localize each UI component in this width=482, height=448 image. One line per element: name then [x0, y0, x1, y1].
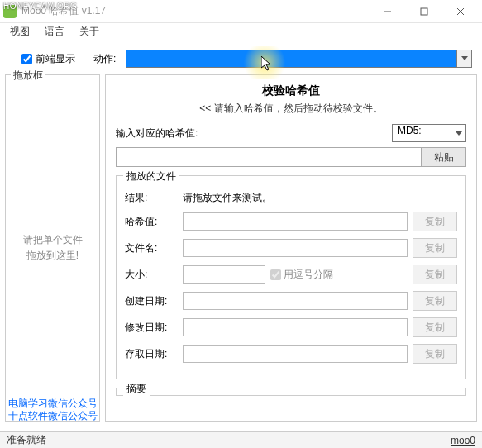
front-display-checkbox[interactable]: 前端显示: [21, 52, 75, 66]
comma-separator-checkbox[interactable]: 用逗号分隔: [270, 268, 333, 282]
access-date-label: 存取日期:: [125, 347, 178, 361]
chevron-down-icon: [456, 50, 471, 67]
hash-input-label: 输入对应的哈希值:: [116, 126, 207, 141]
comma-separator-input[interactable]: [270, 269, 281, 280]
algorithm-value: MD5:: [398, 125, 422, 136]
action-dropdown[interactable]: [126, 50, 472, 68]
drop-zone-title: 拖放框: [11, 69, 45, 83]
front-display-label: 前端显示: [36, 52, 75, 66]
statusbar: 准备就绪 moo0: [0, 431, 482, 448]
status-text: 准备就绪: [7, 433, 451, 447]
front-display-input[interactable]: [21, 54, 32, 64]
status-link[interactable]: moo0: [451, 435, 475, 446]
filename-label: 文件名:: [125, 241, 178, 255]
drop-zone-panel: 拖放框 请把单个文件 拖放到这里!: [5, 74, 100, 422]
result-value: 请拖放文件来测试。: [183, 191, 272, 205]
watermark-honeycam: HONEYCAM.ORG: [3, 2, 77, 11]
menubar: 视图 语言 关于: [0, 23, 482, 41]
chevron-down-icon: [456, 127, 462, 139]
modify-date-field[interactable]: [183, 318, 408, 336]
svg-rect-1: [421, 8, 427, 15]
copy-size-button[interactable]: 复制: [413, 265, 457, 284]
fieldset-title: 拖放的文件: [123, 169, 179, 183]
access-date-field[interactable]: [183, 345, 408, 363]
hash-value-label: 哈希值:: [125, 215, 178, 229]
copy-filename-button[interactable]: 复制: [413, 238, 457, 258]
menu-about[interactable]: 关于: [74, 23, 104, 41]
dropped-file-fieldset: 拖放的文件 结果: 请拖放文件来测试。 哈希值: 复制 文件名: 复制 大小:: [116, 175, 466, 379]
copy-modify-date-button[interactable]: 复制: [413, 317, 457, 337]
main-panel: 校验哈希值 << 请输入哈希值，然后拖动待校验文件。 输入对应的哈希值: MD5…: [105, 74, 477, 422]
menu-view[interactable]: 视图: [5, 23, 35, 41]
create-date-field[interactable]: [183, 292, 408, 310]
comma-separator-label: 用逗号分隔: [284, 268, 333, 282]
minimize-button[interactable]: [370, 0, 406, 23]
copy-hash-button[interactable]: 复制: [413, 212, 457, 231]
section-hint: << 请输入哈希值，然后拖动待校验文件。: [116, 102, 466, 116]
modify-date-label: 修改日期:: [125, 321, 178, 335]
size-field[interactable]: [183, 265, 265, 284]
action-label: 动作:: [93, 52, 116, 66]
copy-create-date-button[interactable]: 复制: [413, 291, 457, 311]
section-title: 校验哈希值: [116, 83, 466, 98]
menu-language[interactable]: 语言: [40, 23, 69, 41]
summary-title: 摘要: [123, 382, 150, 396]
size-label: 大小:: [125, 268, 178, 282]
copy-access-date-button[interactable]: 复制: [413, 344, 457, 364]
watermark-bottom: 电脑学习微信公众号 十点软件微信公众号: [8, 398, 98, 423]
close-button[interactable]: [442, 0, 479, 23]
create-date-label: 创建日期:: [125, 294, 178, 308]
maximize-button[interactable]: [406, 0, 442, 23]
drop-zone-hint: 请把单个文件 拖放到这里!: [23, 232, 83, 264]
result-label: 结果:: [125, 191, 178, 205]
filename-field[interactable]: [183, 239, 408, 257]
algorithm-dropdown[interactable]: MD5:: [392, 124, 466, 142]
drop-zone[interactable]: 请把单个文件 拖放到这里!: [6, 75, 99, 421]
paste-button[interactable]: 粘贴: [422, 147, 466, 167]
hash-value-field[interactable]: [183, 212, 408, 231]
hash-input[interactable]: [116, 147, 422, 167]
